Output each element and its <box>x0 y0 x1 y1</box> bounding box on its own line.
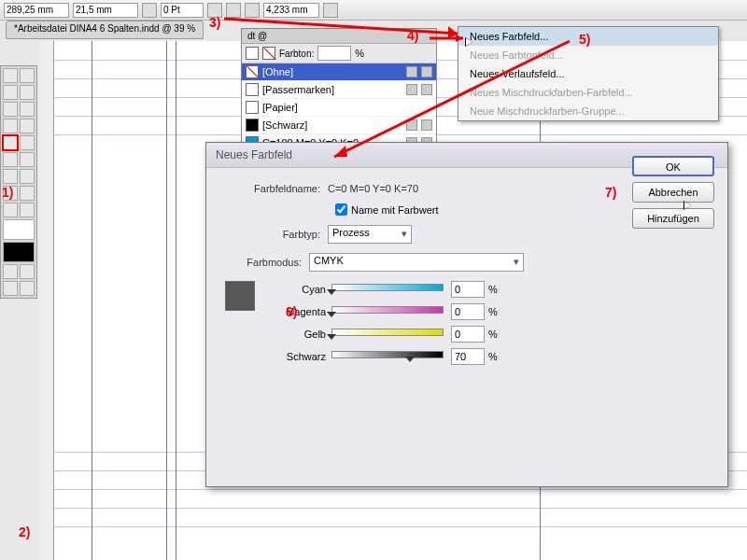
selection-tool[interactable] <box>3 68 18 83</box>
top-control-bar <box>0 0 747 21</box>
stroke-pt[interactable] <box>161 3 204 18</box>
yellow-value[interactable] <box>451 326 485 343</box>
menu-new-gradient-swatch[interactable]: Neues Verlaufsfeld... <box>458 64 718 83</box>
pencil-tool[interactable] <box>20 119 35 133</box>
lock-icon <box>406 119 417 131</box>
magenta-value[interactable] <box>451 303 485 320</box>
size-mm[interactable] <box>263 3 319 18</box>
svg-marker-1 <box>448 26 458 39</box>
add-button[interactable]: Hinzufügen <box>632 208 714 229</box>
fill-stroke-proxy[interactable] <box>3 219 35 240</box>
document-tab[interactable]: *Arbeitsdatei DINA4 6 Spalten.indd @ 39 … <box>6 21 204 39</box>
apply-color-tool[interactable] <box>3 264 18 279</box>
ruler-vertical <box>39 41 54 560</box>
colormode-select[interactable]: CMYK <box>309 253 524 272</box>
direct-select-tool[interactable] <box>20 68 35 83</box>
page-tool[interactable] <box>3 85 18 100</box>
annot-2: 2) <box>19 525 30 539</box>
textwrap-icon[interactable] <box>245 3 260 18</box>
menu-new-mixed-ink-swatch[interactable]: Neues Mischdruckfarben-Farbfeld... <box>458 83 718 102</box>
ellipse-tool[interactable] <box>20 135 35 150</box>
name-label: Farbfeldname: <box>225 183 328 194</box>
cyan-slider[interactable] <box>331 284 444 295</box>
swatch-row[interactable]: [Papier] <box>242 99 436 117</box>
color-preview <box>225 281 255 311</box>
yellow-slider[interactable] <box>331 329 444 340</box>
colortype-label: Farbtyp: <box>225 229 328 240</box>
fill-proxy[interactable] <box>246 47 259 60</box>
pen-tool[interactable] <box>3 119 18 133</box>
ok-button[interactable]: OK <box>632 156 714 176</box>
fx-icon[interactable] <box>207 3 222 18</box>
line-tool[interactable] <box>20 102 35 117</box>
zoom-tool[interactable] <box>20 203 35 217</box>
type-tool[interactable] <box>3 102 18 117</box>
swatches-panel: dt @ Farbton: % [Ohne] [Passermarken] [P… <box>241 28 437 153</box>
gradient-feather-tool[interactable] <box>20 169 35 184</box>
cyan-value[interactable] <box>451 281 485 298</box>
gap-tool[interactable] <box>20 85 35 100</box>
rectangle-frame-tool[interactable] <box>3 135 18 150</box>
scissors-tool[interactable] <box>3 152 18 167</box>
name-value: C=0 M=0 Y=0 K=70 <box>328 183 418 194</box>
default-fill-stroke[interactable] <box>3 242 35 262</box>
apply-text-tool[interactable] <box>20 264 35 279</box>
tint-label: Farbton: <box>279 49 314 59</box>
black-slider[interactable] <box>331 351 444 362</box>
menu-new-color-swatch[interactable]: Neues Farbfeld... <box>458 27 718 46</box>
new-swatch-dialog: Neues Farbfeld Farbfeldname: C=0 M=0 Y=0… <box>205 142 728 487</box>
swatch-row[interactable]: [Passermarken] <box>242 81 436 99</box>
magenta-slider[interactable] <box>331 306 444 317</box>
preview-mode-tool[interactable] <box>20 281 35 296</box>
registration-icon <box>406 84 417 95</box>
note-tool[interactable] <box>3 186 18 201</box>
menu-new-mixed-ink-group[interactable]: Neue Mischdruckfarben-Gruppe... <box>458 102 718 120</box>
menu-new-tint-swatch[interactable]: Neues Farbtonfeld... <box>458 46 718 64</box>
tint-input[interactable] <box>317 46 351 61</box>
panel-menu: Neues Farbfeld... Neues Farbtonfeld... N… <box>458 26 719 121</box>
colortype-select[interactable]: Prozess <box>328 225 412 244</box>
hand-tool[interactable] <box>3 203 18 217</box>
y-field[interactable] <box>73 3 138 18</box>
name-with-value-label: Name mit Farbwert <box>351 204 439 216</box>
cancel-button[interactable]: Abbrechen <box>632 182 714 203</box>
name-with-value-checkbox[interactable] <box>335 203 347 216</box>
x-field[interactable] <box>4 3 69 18</box>
para-icon[interactable] <box>226 3 241 18</box>
swatch-row[interactable]: [Schwarz] <box>242 117 436 134</box>
stroke-swatch[interactable] <box>142 3 157 18</box>
colormode-label: Farbmodus: <box>225 257 309 268</box>
swatch-row[interactable]: [Ohne] <box>242 63 436 81</box>
eyedropper-tool[interactable] <box>20 186 35 201</box>
swatch-list: [Ohne] [Passermarken] [Papier] [Schwarz]… <box>242 63 436 152</box>
black-value[interactable] <box>451 348 485 365</box>
swatches-tab[interactable]: dt @ <box>242 29 436 44</box>
none-icon <box>406 66 417 77</box>
tool-panel <box>0 65 37 299</box>
transform-tool[interactable] <box>20 152 35 167</box>
gradient-swatch-tool[interactable] <box>3 169 18 184</box>
screen-mode-tool[interactable] <box>3 281 18 296</box>
align-icon[interactable] <box>323 3 338 18</box>
